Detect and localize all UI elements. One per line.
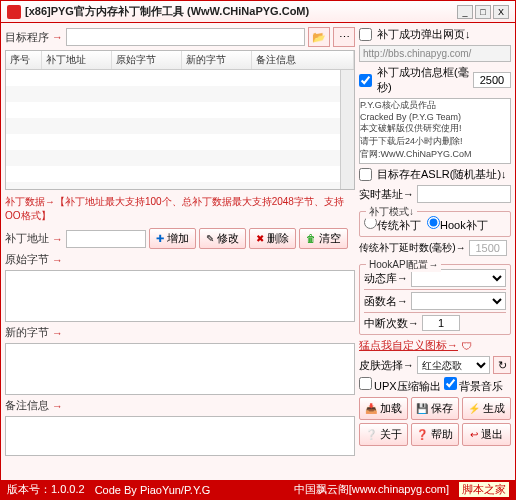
save-button[interactable]: 💾保存	[411, 397, 460, 420]
note-input[interactable]	[5, 416, 355, 456]
arrow-icon: →	[52, 254, 63, 266]
popup-url: http://bbs.chinapyg.com/	[359, 45, 511, 62]
gen-icon: ⚡	[468, 403, 480, 414]
patch-table: 序号 补丁地址 原始字节 新的字节 备注信息	[5, 50, 355, 190]
exit-button[interactable]: ↩退出	[462, 423, 511, 446]
dll-label: 动态库→	[364, 271, 408, 286]
fn-select[interactable]	[411, 292, 506, 310]
load-button[interactable]: 📥加载	[359, 397, 408, 420]
version-value: 1.0.0.2	[51, 483, 85, 495]
generate-button[interactable]: ⚡生成	[462, 397, 511, 420]
addr-label: 补丁地址	[5, 231, 49, 246]
help-icon: ❓	[416, 429, 428, 440]
delete-button[interactable]: ✖删除	[249, 228, 296, 249]
app-icon	[7, 5, 21, 19]
address-input[interactable]	[66, 230, 146, 248]
arrow-icon: →	[52, 233, 63, 245]
aslr-option[interactable]: 目标存在ASLR(随机基址)↓	[359, 167, 511, 182]
msgbox-option[interactable]: 补丁成功信息框(毫秒)	[359, 65, 511, 95]
arrow-icon: →	[52, 31, 63, 43]
upx-checkbox[interactable]	[359, 377, 372, 390]
close-button[interactable]: X	[493, 5, 509, 19]
statusbar: 版本号：1.0.0.2 Code By PiaoYun/P.Y.G 中国飘云阁[…	[1, 480, 515, 499]
patch-mode-legend: 补丁模式↓	[366, 205, 417, 219]
titlebar: [x86]PYG官方内存补丁制作工具 (WwW.CHiNaPYG.CoM) _ …	[1, 1, 515, 23]
clear-button[interactable]: 🗑清空	[299, 228, 348, 249]
credits-text[interactable]: P.Y.G核心成员作品 Cracked By (P.Y.G Team) 本文破解…	[359, 98, 511, 164]
realtime-base-label: 实时基址→	[359, 187, 414, 202]
minimize-button[interactable]: _	[457, 5, 473, 19]
msgbox-checkbox[interactable]	[359, 74, 372, 87]
orig-bytes-label: 原始字节	[5, 252, 49, 267]
target-label: 目标程序	[5, 30, 49, 45]
delay-input[interactable]	[469, 240, 507, 256]
about-icon: ❔	[365, 429, 377, 440]
hook-radio-label[interactable]: Hook补丁	[427, 216, 488, 233]
upx-option[interactable]: UPX压缩输出	[359, 377, 441, 394]
arrow-icon: →	[52, 400, 63, 412]
popup-checkbox[interactable]	[359, 28, 372, 41]
more-button[interactable]: ⋯	[333, 27, 355, 47]
col-note[interactable]: 备注信息	[252, 51, 354, 69]
delete-icon: ✖	[256, 233, 264, 244]
custom-icon-link[interactable]: 猛点我自定义图标→	[359, 338, 458, 353]
load-icon: 📥	[365, 403, 377, 414]
edit-button[interactable]: ✎修改	[199, 228, 246, 249]
fn-label: 函数名→	[364, 294, 408, 309]
popup-option[interactable]: 补丁成功弹出网页↓	[359, 27, 511, 42]
version-label: 版本号：	[7, 483, 51, 495]
shield-icon[interactable]: 🛡	[461, 340, 472, 352]
new-bytes-input[interactable]	[5, 343, 355, 395]
clear-icon: 🗑	[306, 233, 316, 244]
col-index[interactable]: 序号	[6, 51, 42, 69]
site-text: 中国飘云阁[www.chinapyg.com]	[220, 482, 449, 497]
table-body[interactable]	[6, 70, 340, 189]
delay-label: 传统补丁延时数(毫秒)→	[359, 241, 466, 255]
maximize-button[interactable]: □	[475, 5, 491, 19]
col-new[interactable]: 新的字节	[182, 51, 252, 69]
hook-radio[interactable]	[427, 216, 440, 229]
scrollbar[interactable]	[340, 70, 354, 189]
orig-bytes-input[interactable]	[5, 270, 355, 322]
author-text: Code By PiaoYun/P.Y.G	[95, 484, 211, 496]
bgm-checkbox[interactable]	[444, 377, 457, 390]
about-button[interactable]: ❔关于	[359, 423, 408, 446]
msgbox-ms-input[interactable]	[473, 72, 511, 88]
window-title: [x86]PYG官方内存补丁制作工具 (WwW.CHiNaPYG.CoM)	[25, 4, 453, 19]
skin-select[interactable]: 红尘恋歌	[417, 356, 490, 374]
add-button[interactable]: ✚增加	[149, 228, 196, 249]
skin-label: 皮肤选择→	[359, 358, 414, 373]
patch-mode-group: 补丁模式↓ 传统补丁 Hook补丁	[359, 211, 511, 237]
save-icon: 💾	[416, 403, 428, 414]
new-bytes-label: 新的字节	[5, 325, 49, 340]
bgm-option[interactable]: 背景音乐	[444, 377, 503, 394]
skin-refresh-button[interactable]: ↻	[493, 356, 511, 374]
col-orig[interactable]: 原始字节	[112, 51, 182, 69]
help-button[interactable]: ❓帮助	[411, 423, 460, 446]
int-label: 中断次数→	[364, 316, 419, 331]
brand-badge: 脚本之家	[459, 482, 509, 497]
hookapi-legend: HookAPI配置→	[366, 258, 441, 272]
plus-icon: ✚	[156, 233, 164, 244]
arrow-icon: →	[52, 327, 63, 339]
patchdata-header: 补丁数据→【补丁地址最大支持100个、总补丁数据最大支持2048字节、支持OO格…	[5, 193, 355, 225]
col-address[interactable]: 补丁地址	[42, 51, 112, 69]
aslr-checkbox[interactable]	[359, 168, 372, 181]
int-input[interactable]	[422, 315, 460, 331]
hookapi-group: HookAPI配置→ 动态库→ 函数名→ 中断次数→	[359, 264, 511, 335]
realtime-base-input[interactable]	[417, 185, 511, 203]
browse-button[interactable]: 📂	[308, 27, 330, 47]
target-path-input[interactable]	[66, 28, 305, 46]
edit-icon: ✎	[206, 233, 214, 244]
note-label: 备注信息	[5, 398, 49, 413]
exit-icon: ↩	[470, 429, 478, 440]
